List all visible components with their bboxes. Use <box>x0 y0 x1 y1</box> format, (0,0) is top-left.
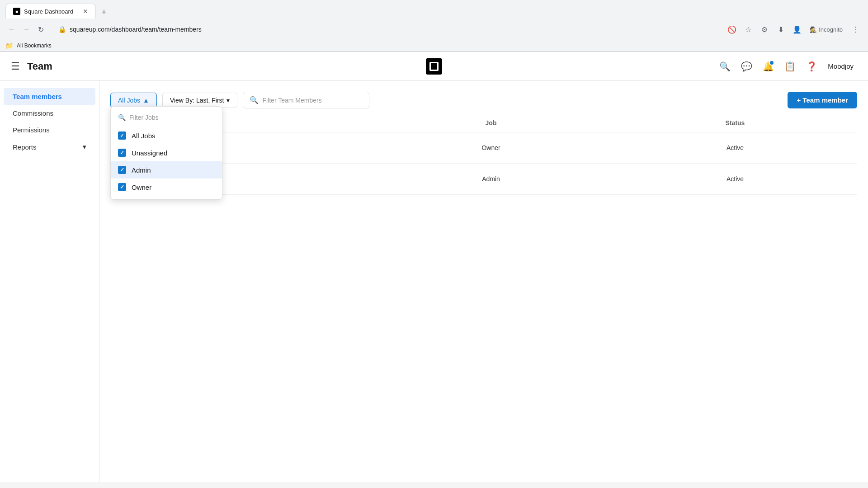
add-member-label: + Team member <box>797 96 848 104</box>
bottom-scrollbar[interactable] <box>0 483 868 488</box>
team-members-search[interactable]: 🔍 <box>243 92 369 108</box>
chevron-up-icon: ▲ <box>143 97 149 104</box>
sidebar-label-permissions: Permissions <box>13 126 50 134</box>
all-jobs-filter-btn[interactable]: All Jobs ▲ <box>110 93 157 108</box>
incognito-icon: 🕵 <box>810 26 817 33</box>
sidebar-item-reports[interactable]: Reports ▾ <box>4 138 95 155</box>
dropdown-item-admin[interactable]: Admin <box>111 161 222 178</box>
main-area: Team members Commissions Permissions Rep… <box>0 81 868 488</box>
header-left: ☰ Team <box>11 61 52 72</box>
bookmark-icon[interactable]: ☆ <box>741 22 755 37</box>
browser-chrome: Square Dashboard ✕ + ← → ↻ 🔒 squareup.co… <box>0 0 868 52</box>
lock-icon: 🔒 <box>58 26 66 33</box>
all-jobs-label: All Jobs <box>118 97 140 104</box>
reload-button[interactable]: ↻ <box>34 23 47 36</box>
col-job: Job <box>369 119 613 127</box>
member-status-cell: Active <box>613 175 857 183</box>
bookmarks-label: All Bookmarks <box>17 42 52 49</box>
help-icon-btn[interactable]: ❓ <box>802 57 821 75</box>
col-status: Status <box>613 119 857 127</box>
tab-favicon <box>13 8 20 15</box>
incognito-badge[interactable]: 🕵 Incognito <box>806 24 846 35</box>
url-text: squareup.com/dashboard/team/team-members <box>70 26 202 33</box>
dropdown-label-all-jobs: All Jobs <box>132 132 156 140</box>
browser-tabs: Square Dashboard ✕ + <box>0 0 868 19</box>
checkbox-owner[interactable] <box>118 183 126 191</box>
dropdown-search-input[interactable] <box>129 114 215 121</box>
profile-icon[interactable]: 👤 <box>790 22 804 37</box>
checkbox-unassigned[interactable] <box>118 149 126 157</box>
nav-buttons: ← → ↻ <box>5 23 47 36</box>
dropdown-search-icon: 🔍 <box>118 114 126 121</box>
dropdown-item-owner[interactable]: Owner <box>111 178 222 196</box>
user-name[interactable]: Moodjoy <box>824 62 857 70</box>
sidebar-label-commissions: Commissions <box>13 109 53 117</box>
square-logo <box>426 58 442 75</box>
sidebar-item-commissions[interactable]: Commissions <box>4 105 95 122</box>
clipboard-icon-btn[interactable]: 📋 <box>781 57 799 75</box>
sidebar-item-team-members[interactable]: Team members <box>4 88 95 105</box>
sidebar: Team members Commissions Permissions Rep… <box>0 81 99 488</box>
dropdown-label-owner: Owner <box>132 183 151 191</box>
browser-toolbar: ← → ↻ 🔒 squareup.com/dashboard/team/team… <box>0 19 868 40</box>
view-by-btn[interactable]: View By: Last, First ▾ <box>162 93 238 108</box>
dropdown-item-all-jobs[interactable]: All Jobs <box>111 127 222 144</box>
viewby-label: View By: Last, First <box>170 97 224 104</box>
app-header: ☰ Team 🔍 💬 🔔 📋 ❓ Moodjoy <box>0 52 868 81</box>
browser-tab-active[interactable]: Square Dashboard ✕ <box>5 4 96 19</box>
menu-icon[interactable]: ⋮ <box>848 22 863 37</box>
chevron-down-icon: ▾ <box>83 143 86 151</box>
address-bar[interactable]: 🔒 squareup.com/dashboard/team/team-membe… <box>51 23 717 36</box>
download-icon[interactable]: ⬇ <box>774 22 788 37</box>
tab-title: Square Dashboard <box>24 8 73 15</box>
dropdown-label-admin: Admin <box>132 166 151 174</box>
notification-bell-btn[interactable]: 🔔 <box>759 57 777 75</box>
header-right: 🔍 💬 🔔 📋 ❓ Moodjoy <box>716 57 857 75</box>
chevron-down-icon: ▾ <box>226 97 230 104</box>
new-tab-button[interactable]: + <box>98 6 110 19</box>
jobs-dropdown: 🔍 All Jobs Unassigned Admin Owne <box>110 106 222 200</box>
forward-button[interactable]: → <box>20 23 33 36</box>
content-area: All Jobs ▲ View By: Last, First ▾ 🔍 + Te… <box>99 81 868 488</box>
checkbox-all-jobs[interactable] <box>118 131 126 140</box>
no-camera-icon[interactable]: 🚫 <box>725 22 739 37</box>
back-button[interactable]: ← <box>5 23 18 36</box>
chat-icon-btn[interactable]: 💬 <box>737 57 755 75</box>
bookmarks-bar: 📁 All Bookmarks <box>0 40 868 52</box>
incognito-label: Incognito <box>819 26 843 33</box>
checkbox-admin[interactable] <box>118 166 126 174</box>
bookmarks-folder-icon: 📁 <box>5 42 13 49</box>
search-input[interactable] <box>262 97 363 104</box>
dropdown-search-wrapper[interactable]: 🔍 <box>111 110 222 125</box>
header-logo <box>426 58 442 75</box>
sidebar-label-team-members: Team members <box>13 93 62 100</box>
browser-right-icons: 🚫 ☆ ⚙ ⬇ 👤 🕵 Incognito ⋮ <box>725 22 863 37</box>
tab-close-btn[interactable]: ✕ <box>83 8 88 15</box>
dropdown-item-unassigned[interactable]: Unassigned <box>111 144 222 161</box>
sidebar-label-reports: Reports <box>13 143 37 151</box>
add-member-btn[interactable]: + Team member <box>788 92 857 108</box>
search-icon-btn[interactable]: 🔍 <box>716 57 734 75</box>
member-status-cell: Active <box>613 144 857 151</box>
member-job-cell: Owner <box>369 144 613 151</box>
content-toolbar: All Jobs ▲ View By: Last, First ▾ 🔍 + Te… <box>110 92 857 108</box>
page-title: Team <box>27 61 52 72</box>
search-icon: 🔍 <box>250 96 259 104</box>
dropdown-label-unassigned: Unassigned <box>132 149 167 157</box>
app: ☰ Team 🔍 💬 🔔 📋 ❓ Moodjoy Team members Co… <box>0 52 868 488</box>
hamburger-menu[interactable]: ☰ <box>11 61 20 72</box>
extension-icon[interactable]: ⚙ <box>757 22 772 37</box>
member-job-cell: Admin <box>369 175 613 183</box>
sidebar-item-permissions[interactable]: Permissions <box>4 122 95 138</box>
